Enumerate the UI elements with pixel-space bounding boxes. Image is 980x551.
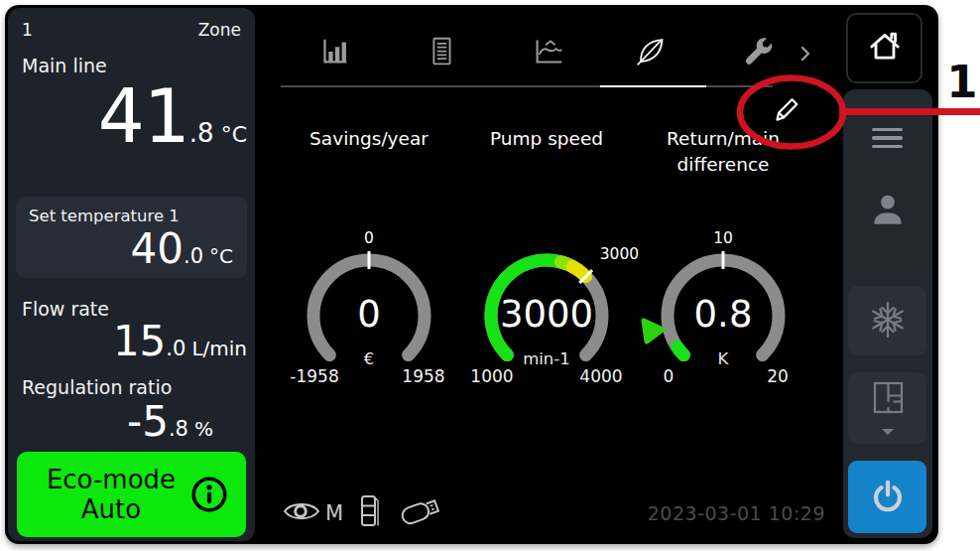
active-tab-indicator <box>600 85 706 87</box>
chevron-right-icon <box>797 44 813 67</box>
main-line-value: 41.8°C <box>18 79 247 153</box>
report-icon <box>423 33 460 73</box>
zone-panel: 1 Zone Main line 41.8°C Set temperature … <box>8 8 255 541</box>
device-screen: 1 Zone Main line 41.8°C Set temperature … <box>5 5 938 544</box>
set-temperature-label: Set temperature 1 <box>29 207 180 225</box>
gauge-label-return-main-difference: Return/main difference <box>634 126 812 178</box>
set-temperature-value: 40.0°C <box>26 228 233 270</box>
svg-text:0.8: 0.8 <box>694 293 753 336</box>
tab-statistics[interactable] <box>314 33 354 72</box>
annotation-number-label: 1 <box>944 60 980 104</box>
zone-number: 1 <box>22 20 33 40</box>
usb-stick-icon <box>397 493 446 533</box>
cooling-mode-button[interactable] <box>848 286 926 355</box>
user-button[interactable] <box>848 185 926 236</box>
wrench-settings-icon <box>738 33 776 73</box>
menu-button[interactable] <box>848 115 926 161</box>
main-line-label: Main line <box>22 55 107 76</box>
svg-text:20: 20 <box>767 366 789 386</box>
svg-text:K: K <box>718 349 730 368</box>
flow-rate-value: 15.0L/min <box>18 321 247 362</box>
svg-text:1958: 1958 <box>402 366 444 386</box>
annotation-callout-line <box>839 108 980 115</box>
gauge-label-savings: Savings/year <box>280 126 458 152</box>
gauge-savings: 00€-19581958 <box>280 204 458 394</box>
eye-monitoring-icon <box>281 497 322 529</box>
zones-layout-button[interactable] <box>848 372 926 444</box>
monitoring-mode-label: M <box>325 501 343 525</box>
regulation-ratio-label: Regulation ratio <box>22 376 172 398</box>
sidebar-panel <box>843 89 932 538</box>
green-arrow-indicator <box>641 318 667 349</box>
home-icon <box>866 28 904 69</box>
datetime-display: 2023-03-01 10:29 <box>648 502 825 524</box>
eco-mode-button[interactable]: Eco-mode Auto <box>17 452 246 537</box>
module-icon <box>358 492 382 534</box>
regulation-ratio-value: -5.8% <box>18 401 213 443</box>
svg-text:0: 0 <box>364 229 374 247</box>
set-temperature-card[interactable]: Set temperature 1 40.0°C <box>16 197 247 278</box>
svg-text:0: 0 <box>357 293 381 336</box>
floor-plan-icon <box>867 378 909 423</box>
svg-text:0: 0 <box>664 366 674 386</box>
gauge-pump-speed: 30003000min-110004000 <box>457 204 636 394</box>
svg-text:1000: 1000 <box>470 366 513 386</box>
svg-text:4000: 4000 <box>579 366 622 386</box>
status-icon-row: M <box>281 495 446 531</box>
svg-text:-1958: -1958 <box>290 366 338 386</box>
screenshot-canvas: 1 Zone Main line 41.8°C Set temperature … <box>0 0 980 551</box>
sidebar <box>843 5 934 544</box>
tabs-more-button[interactable] <box>794 43 817 67</box>
eco-mode-label: Eco-mode Auto <box>34 465 188 524</box>
tab-report[interactable] <box>422 33 461 72</box>
svg-text:min-1: min-1 <box>523 349 570 368</box>
svg-text:€: € <box>364 349 375 368</box>
gauge-return-main-difference: 100.8K020 <box>634 204 812 394</box>
bar-chart-icon <box>315 33 353 73</box>
eco-dashboard: Savings/year Pump speed Return/main diff… <box>255 5 843 544</box>
svg-text:3000: 3000 <box>500 293 593 336</box>
tabbar-divider <box>281 85 773 87</box>
home-button[interactable] <box>846 13 922 83</box>
dropdown-caret-icon <box>881 424 895 439</box>
power-button[interactable] <box>848 461 926 533</box>
tab-settings[interactable] <box>737 33 777 72</box>
tab-eco[interactable] <box>632 33 672 72</box>
leaf-eco-icon <box>633 33 671 73</box>
power-icon <box>867 475 909 519</box>
info-icon[interactable] <box>188 474 230 515</box>
gauge-label-pump-speed: Pump speed <box>457 126 636 152</box>
tab-trends[interactable] <box>529 33 568 72</box>
pencil-icon <box>769 89 804 128</box>
user-icon <box>868 192 908 230</box>
snowflake-icon <box>866 298 910 344</box>
flow-rate-label: Flow rate <box>22 298 109 320</box>
hamburger-menu-icon <box>872 128 903 149</box>
edit-pencil-button[interactable] <box>766 87 807 129</box>
trend-chart-icon <box>530 33 567 73</box>
zone-label: Zone <box>198 20 241 40</box>
svg-text:10: 10 <box>713 229 733 247</box>
zone-header: 1 Zone <box>22 20 241 40</box>
